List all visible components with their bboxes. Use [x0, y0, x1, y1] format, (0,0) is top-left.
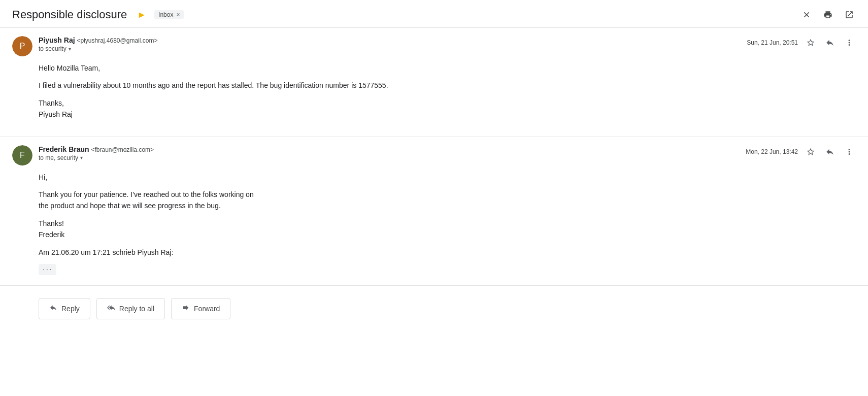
sender-name-text-1: Piyush Raj: [39, 36, 75, 44]
body-line-1-1: Hello Mozilla Team,: [39, 62, 856, 74]
reply-icon-1: [825, 38, 834, 47]
email-meta-row-1: P Piyush Raj <piyushraj.4680@gmail.com> …: [12, 36, 856, 56]
body-line-2-3: Thanks!Frederik: [39, 218, 856, 241]
avatar-piyush-img: P: [12, 36, 32, 56]
reply-footer-label: Reply: [61, 305, 80, 313]
more-button-2[interactable]: [843, 145, 856, 158]
star-icon-1: [806, 38, 815, 47]
more-icon-2: [845, 147, 854, 156]
email-message-2: F Frederik Braun <fbraun@mozilla.com> to…: [0, 137, 868, 286]
newwindow-icon: [845, 10, 854, 19]
forward-btn-icon: [182, 304, 190, 312]
email-subject: Responsible disclosure: [12, 8, 127, 21]
reply-all-btn-icon: [107, 304, 115, 312]
to-label-2: to me, security: [39, 154, 78, 161]
star-button-1[interactable]: [804, 36, 817, 49]
star-button-2[interactable]: [804, 145, 817, 158]
reply-btn-icon: [49, 304, 57, 312]
footer-actions: Reply Reply to all Forward: [0, 286, 868, 332]
email-sender-section-2: F Frederik Braun <fbraun@mozilla.com> to…: [12, 145, 154, 166]
reply-all-footer-button[interactable]: Reply to all: [96, 298, 165, 319]
email-date-1: Sun, 21 Jun, 20:51: [747, 39, 798, 46]
thread-container: P Piyush Raj <piyushraj.4680@gmail.com> …: [0, 28, 868, 332]
forward-footer-label: Forward: [194, 305, 220, 313]
body-line-2-4: Am 21.06.20 um 17:21 schrieb Piyush Raj:: [39, 247, 856, 258]
ellipsis-expand-button[interactable]: ···: [39, 264, 56, 275]
body-line-2-2: Thank you for your patience. I've reache…: [39, 189, 856, 212]
email-header: Responsible disclosure ► Inbox ×: [0, 0, 868, 28]
sender-to-1: to security ▾: [39, 45, 157, 52]
sender-name-2: Frederik Braun <fbraun@mozilla.com>: [39, 145, 154, 153]
sender-info-2: Frederik Braun <fbraun@mozilla.com> to m…: [39, 145, 154, 161]
subject-arrow-icon: ►: [137, 10, 146, 20]
body-line-2-1: Hi,: [39, 172, 856, 183]
email-body-2: Hi, Thank you for your patience. I've re…: [12, 172, 856, 276]
more-icon-1: [845, 38, 854, 47]
badge-close-icon[interactable]: ×: [176, 11, 180, 18]
email-meta-row-2: F Frederik Braun <fbraun@mozilla.com> to…: [12, 145, 856, 166]
sender-to-2: to me, security ▾: [39, 154, 154, 161]
avatar-frederik: F: [12, 145, 32, 166]
email-date-2: Mon, 22 Jun, 13:42: [746, 148, 798, 155]
body-line-1-3: Thanks,Piyush Raj: [39, 97, 856, 120]
email-right-actions-2: Mon, 22 Jun, 13:42: [746, 145, 856, 158]
print-icon: [823, 10, 832, 19]
forward-footer-icon: [182, 304, 190, 314]
forward-footer-button[interactable]: Forward: [171, 298, 230, 319]
reply-button-2[interactable]: [823, 145, 837, 158]
body-line-1-2: I filed a vulnerability about 10 months …: [39, 80, 856, 91]
reply-all-footer-label: Reply to all: [119, 305, 154, 313]
header-actions: [800, 8, 856, 21]
star-icon-2: [806, 147, 815, 156]
newwindow-button[interactable]: [843, 8, 856, 21]
email-sender-section-1: P Piyush Raj <piyushraj.4680@gmail.com> …: [12, 36, 157, 56]
sender-email-text-1: <piyushraj.4680@gmail.com>: [77, 37, 157, 44]
reply-button-1[interactable]: [823, 36, 837, 49]
sender-email-text-2: <fbraun@mozilla.com>: [91, 146, 154, 153]
email-body-1: Hello Mozilla Team, I filed a vulnerabil…: [12, 62, 856, 120]
email-message-1: P Piyush Raj <piyushraj.4680@gmail.com> …: [0, 28, 868, 137]
reply-footer-icon: [49, 304, 57, 314]
to-label-1: to security: [39, 45, 66, 52]
reply-all-footer-icon: [107, 304, 115, 314]
to-dropdown-arrow-1[interactable]: ▾: [69, 46, 71, 52]
sender-name-1: Piyush Raj <piyushraj.4680@gmail.com>: [39, 36, 157, 44]
close-icon: [802, 10, 811, 19]
inbox-badge: Inbox ×: [154, 10, 184, 19]
reply-footer-button[interactable]: Reply: [39, 298, 90, 319]
badge-label: Inbox: [158, 11, 173, 18]
avatar-frederik-img: F: [12, 145, 32, 166]
email-right-actions-1: Sun, 21 Jun, 20:51: [747, 36, 856, 49]
print-button[interactable]: [821, 8, 834, 21]
sender-name-text-2: Frederik Braun: [39, 145, 89, 153]
close-button[interactable]: [800, 8, 813, 21]
more-button-1[interactable]: [843, 36, 856, 49]
to-dropdown-arrow-2[interactable]: ▾: [80, 155, 83, 160]
sender-info-1: Piyush Raj <piyushraj.4680@gmail.com> to…: [39, 36, 157, 52]
reply-icon-2: [825, 147, 834, 156]
avatar-piyush: P: [12, 36, 32, 56]
